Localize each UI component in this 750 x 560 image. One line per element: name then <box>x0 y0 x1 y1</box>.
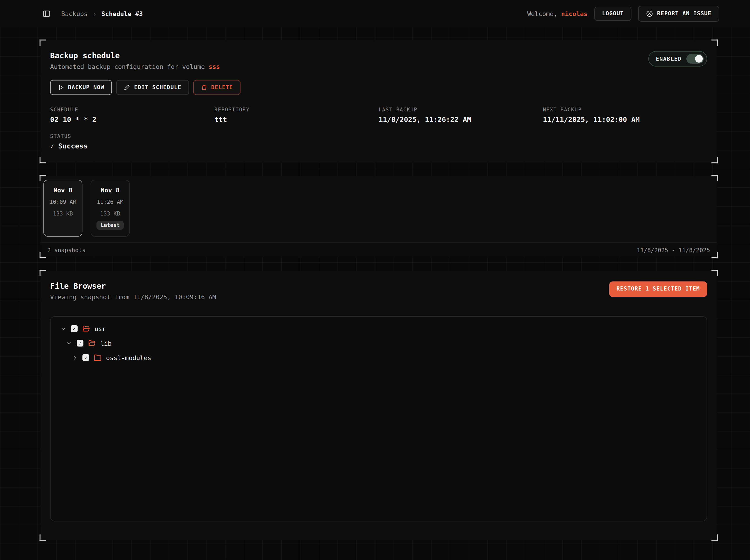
welcome-text: Welcome, nicolas <box>527 10 588 17</box>
field-value: 11/8/2025, 11:26:22 AM <box>379 116 543 123</box>
schedule-actions: BACKUP NOW EDIT SCHEDULE DELETE <box>50 80 707 95</box>
chevron-right-icon[interactable] <box>72 354 78 361</box>
sidebar-panel-icon <box>42 9 51 18</box>
schedule-fields: SCHEDULE 02 10 * * 2 REPOSITORY ttt LAST… <box>50 106 707 150</box>
play-icon <box>58 84 64 91</box>
tree-item-label: usr <box>95 325 106 333</box>
snapshot-size: 133 KB <box>94 210 126 217</box>
trash-icon <box>201 84 207 91</box>
field-label: STATUS <box>50 133 707 139</box>
restore-selected-button[interactable]: RESTORE 1 SELECTED ITEM <box>609 281 707 297</box>
corner-bracket <box>40 40 46 46</box>
file-browser-titles: File Browser Viewing snapshot from 11/8/… <box>50 281 216 301</box>
enabled-toggle-pill[interactable]: ENABLED <box>648 51 707 66</box>
edit-schedule-button[interactable]: EDIT SCHEDULE <box>116 80 189 95</box>
toggle-knob <box>695 55 703 63</box>
status-text: Success <box>58 142 87 150</box>
snapshot-count: 2 snapshots <box>47 247 85 254</box>
folder-icon <box>94 354 102 362</box>
checkbox-checked[interactable]: ✓ <box>77 340 83 346</box>
field-label: REPOSITORY <box>214 106 379 112</box>
field-last-backup: LAST BACKUP 11/8/2025, 11:26:22 AM <box>379 106 543 123</box>
edit-schedule-label: EDIT SCHEDULE <box>134 85 181 90</box>
field-label: LAST BACKUP <box>379 106 543 112</box>
topbar: Backups › Schedule #3 Welcome, nicolas L… <box>0 0 750 27</box>
snapshot-time: 11:26 AM <box>94 199 126 205</box>
snapshot-card[interactable]: Nov 8 11:26 AM 133 KB Latest <box>91 180 130 237</box>
breadcrumb-current: Schedule #3 <box>101 10 143 17</box>
breadcrumb-backups[interactable]: Backups <box>61 10 87 17</box>
main-content: Backup schedule Automated backup configu… <box>0 27 750 540</box>
chevron-down-icon[interactable] <box>60 325 66 332</box>
field-next-backup: NEXT BACKUP 11/11/2025, 11:02:00 AM <box>543 106 707 123</box>
snapshot-card-selected[interactable]: Nov 8 10:09 AM 133 KB <box>43 180 83 237</box>
chevron-down-icon[interactable] <box>66 340 72 346</box>
logout-button[interactable]: LOGOUT <box>594 7 632 21</box>
snapshot-time: 10:09 AM <box>47 199 79 205</box>
field-label: SCHEDULE <box>50 106 214 112</box>
tree-row-usr[interactable]: ✓ usr <box>56 321 701 336</box>
pencil-icon <box>124 84 130 91</box>
tree-item-label: ossl-modules <box>106 354 151 361</box>
file-browser-subtitle: Viewing snapshot from 11/8/2025, 10:09:1… <box>50 294 216 301</box>
file-browser-title: File Browser <box>50 281 216 291</box>
schedule-card-titles: Backup schedule Automated backup configu… <box>50 51 220 70</box>
corner-bracket <box>40 534 46 541</box>
sidebar-toggle-button[interactable] <box>40 8 53 20</box>
report-issue-label: REPORT AN ISSUE <box>657 11 712 17</box>
corner-bracket <box>40 157 46 163</box>
file-browser-section: File Browser Viewing snapshot from 11/8/… <box>40 271 717 540</box>
report-issue-icon <box>646 10 653 17</box>
snapshots-section: Nov 8 10:09 AM 133 KB Nov 8 11:26 AM 133… <box>40 176 717 257</box>
file-browser-header: File Browser Viewing snapshot from 11/8/… <box>50 281 707 301</box>
schedule-card-header: Backup schedule Automated backup configu… <box>50 51 707 70</box>
app-viewport: Backups › Schedule #3 Welcome, nicolas L… <box>0 0 750 560</box>
checkbox-checked[interactable]: ✓ <box>71 325 78 332</box>
backup-schedule-card: Backup schedule Automated backup configu… <box>40 40 717 162</box>
field-status: STATUS ✓Success <box>50 133 707 150</box>
enabled-label: ENABLED <box>656 56 682 62</box>
latest-badge: Latest <box>96 221 124 230</box>
schedule-card-title: Backup schedule <box>50 51 220 60</box>
backup-now-button[interactable]: BACKUP NOW <box>50 80 112 95</box>
folder-open-icon <box>82 325 90 333</box>
schedule-card-subtitle: Automated backup configuration for volum… <box>50 63 220 71</box>
delete-button[interactable]: DELETE <box>193 80 241 95</box>
tree-row-ossl-modules[interactable]: ✓ ossl-modules <box>56 351 701 365</box>
volume-name: sss <box>209 63 220 71</box>
snapshot-list: Nov 8 10:09 AM 133 KB Nov 8 11:26 AM 133… <box>40 176 717 242</box>
corner-bracket <box>40 270 46 276</box>
username: nicolas <box>561 10 588 17</box>
corner-bracket <box>711 534 717 541</box>
topbar-right: Welcome, nicolas LOGOUT REPORT AN ISSUE <box>527 6 719 22</box>
checkbox-checked[interactable]: ✓ <box>82 354 89 361</box>
snapshot-size: 133 KB <box>47 210 79 217</box>
tree-item-label: lib <box>100 339 112 347</box>
backup-now-label: BACKUP NOW <box>68 85 104 90</box>
logout-label: LOGOUT <box>602 11 624 17</box>
tree-row-lib[interactable]: ✓ lib <box>56 336 701 350</box>
snapshot-date: Nov 8 <box>94 186 126 194</box>
delete-label: DELETE <box>211 85 233 90</box>
breadcrumb-separator: › <box>93 10 97 18</box>
corner-bracket <box>711 40 717 46</box>
folder-open-icon <box>87 339 96 347</box>
snapshot-date-range: 11/8/2025 - 11/8/2025 <box>637 247 710 254</box>
file-tree-panel: ✓ usr ✓ lib <box>50 316 707 521</box>
check-icon: ✓ <box>50 142 54 150</box>
breadcrumb: Backups › Schedule #3 <box>61 10 143 18</box>
snapshot-date: Nov 8 <box>47 186 79 194</box>
restore-label: RESTORE 1 SELECTED ITEM <box>616 285 700 292</box>
corner-bracket <box>711 157 717 163</box>
subtitle-prefix: Automated backup configuration for volum… <box>50 63 209 71</box>
status-value: ✓Success <box>50 142 707 150</box>
field-label: NEXT BACKUP <box>543 106 707 112</box>
enabled-toggle[interactable] <box>686 54 704 64</box>
field-value: ttt <box>214 116 379 123</box>
field-value: 02 10 * * 2 <box>50 116 214 123</box>
welcome-prefix: Welcome, <box>527 10 561 17</box>
field-schedule: SCHEDULE 02 10 * * 2 <box>50 106 214 123</box>
field-value: 11/11/2025, 11:02:00 AM <box>543 116 707 123</box>
field-repository: REPOSITORY ttt <box>214 106 379 123</box>
report-issue-button[interactable]: REPORT AN ISSUE <box>638 6 719 22</box>
